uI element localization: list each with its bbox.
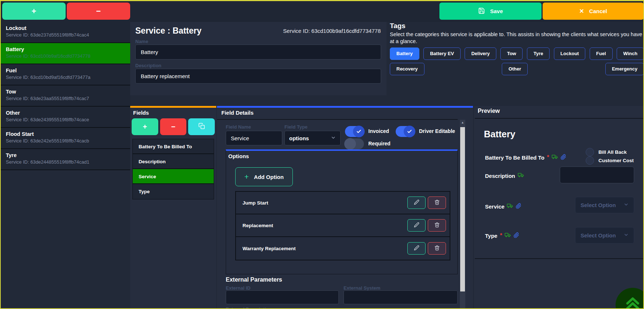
tag-chip[interactable]: Battery [390, 47, 419, 60]
service-name: Other [6, 110, 125, 116]
customer-cost-radio[interactable] [586, 156, 594, 165]
remove-field-button[interactable]: − [160, 118, 187, 135]
service-name-input[interactable] [135, 45, 381, 60]
preview-field-label: Battery To Be Billed To * [485, 154, 566, 161]
close-icon: ✕ [579, 8, 584, 15]
field-list-item[interactable]: Type [133, 184, 214, 199]
service-id: Service ID: 63cd100b9af16cdfd7734778 [6, 53, 125, 59]
service-id-header: Service ID: 63cd100b9af16cdfd7734778 [283, 28, 381, 34]
service-id: Service ID: 63de242e55519f8ffb74cacb [6, 138, 125, 144]
field-list-item[interactable]: Battery To Be Billed To [133, 139, 214, 154]
service-list-item[interactable]: Fuel Service ID: 63cd10bd9af16cdfd773477… [1, 64, 130, 85]
add-field-button[interactable]: + [132, 118, 158, 135]
field-type-label: Field Type [284, 124, 307, 130]
divider [217, 119, 458, 120]
scrollbar-up-arrow-icon[interactable]: ▲ [460, 120, 465, 126]
preview-service-heading: Battery [484, 129, 515, 140]
option-list: Jump Start [235, 191, 450, 260]
fields-panel-title: Fields [130, 108, 216, 118]
toggle-knob [344, 138, 356, 150]
option-row: Warranty Replacement [236, 237, 450, 260]
option-row: Jump Start [236, 192, 450, 214]
pencil-icon [414, 245, 419, 252]
external-id-label: External ID [226, 285, 251, 291]
remove-service-button[interactable]: − [67, 3, 130, 20]
service-list-item[interactable]: Tyre Service ID: 63de244855519f8ffb74cad… [1, 149, 130, 170]
trash-icon [434, 245, 440, 252]
option-label: Jump Start [236, 200, 407, 206]
delete-option-button[interactable] [428, 197, 446, 209]
delete-option-button[interactable] [428, 219, 446, 232]
service-list-item[interactable]: Other Service ID: 63de243955519f8ffb74ca… [1, 107, 130, 128]
tag-chip[interactable]: Emergency [605, 63, 644, 75]
trash-icon [434, 222, 440, 229]
service-description-input[interactable] [135, 69, 381, 84]
field-name-input[interactable] [226, 131, 282, 145]
external-system-label: External System [344, 285, 380, 291]
scrollbar-thumb[interactable] [460, 127, 465, 291]
edit-option-button[interactable] [407, 219, 426, 232]
tag-chip[interactable]: Fuel [590, 47, 613, 60]
add-option-button[interactable]: + Add Option [235, 167, 293, 186]
paperclip-icon [516, 203, 521, 210]
field-details-panel: Field Details Field Name Field Type opti… [217, 106, 473, 309]
invoiced-toggle[interactable] [345, 126, 364, 137]
external-system-input[interactable] [344, 290, 458, 304]
option-row: Replacement [236, 214, 450, 237]
field-type-select[interactable]: options [284, 131, 341, 145]
service-list-item[interactable]: Battery Service ID: 63cd100b9af16cdfd773… [1, 43, 130, 64]
tag-chip[interactable]: Recovery [390, 63, 424, 75]
service-list-item[interactable]: Lockout Service ID: 63de237d55519f8ffb74… [1, 22, 130, 43]
bill-all-back-radio[interactable] [586, 148, 594, 156]
tags-section: Tags Select the categories this service … [390, 22, 644, 77]
service-list-item[interactable]: Tow Service ID: 63de23aa55519f8ffb74cac7 [1, 85, 130, 107]
preview-field-text: Type [485, 233, 497, 239]
tag-chip[interactable]: Winch [617, 47, 644, 60]
options-title: Options [228, 153, 249, 159]
service-list-item[interactable]: Flood Start Service ID: 63de242e55519f8f… [1, 128, 130, 149]
tag-chip[interactable]: Tyre [527, 47, 550, 60]
cancel-button[interactable]: ✕ Cancel [543, 3, 644, 20]
tags-title: Tags [390, 22, 644, 30]
service-name: Lockout [6, 25, 125, 31]
truck-icon [518, 172, 524, 179]
driver-editable-toggle[interactable] [396, 126, 415, 137]
field-list: Battery To Be Billed To Description Serv… [132, 139, 214, 199]
required-toggle[interactable] [345, 138, 364, 149]
preview-type-select[interactable]: Select Option [575, 227, 634, 244]
service-id: Service ID: 63de237d55519f8ffb74cac4 [6, 32, 125, 38]
customer-cost-label: Customer Cost [598, 158, 634, 163]
scrollbar[interactable]: ▲ [460, 120, 465, 309]
save-button[interactable]: Save [439, 3, 542, 20]
required-asterisk: * [547, 154, 549, 161]
option-label: Replacement [236, 223, 407, 228]
invoiced-label: Invoiced [368, 128, 389, 134]
tag-chip[interactable]: Lockout [554, 47, 586, 60]
tag-chip[interactable]: Battery EV [423, 47, 461, 60]
field-list-item[interactable]: Description [133, 154, 214, 169]
service-editor-panel: Service : Battery Service ID: 63cd100b9a… [130, 22, 387, 95]
tag-chip[interactable]: Other [502, 63, 528, 75]
copy-icon [198, 123, 205, 131]
preview-description-input[interactable] [560, 167, 634, 183]
external-id-input[interactable] [226, 290, 339, 304]
service-list-sidebar: Lockout Service ID: 63de237d55519f8ffb74… [1, 22, 130, 309]
copy-field-button[interactable] [188, 118, 215, 135]
add-service-button[interactable]: + [2, 3, 66, 20]
external-parameters-title: External Parameters [226, 276, 282, 283]
preview-service-select[interactable]: Select Option [575, 197, 634, 213]
edit-option-button[interactable] [407, 197, 426, 209]
preview-field-label: Type * [485, 232, 519, 239]
tag-chip[interactable]: Delivery [465, 47, 496, 60]
tag-chip[interactable]: Tow [500, 47, 523, 60]
page-title: Service : Battery [135, 26, 202, 36]
edit-option-button[interactable] [407, 242, 426, 255]
fields-toolbar: + − [130, 118, 216, 137]
preview-title: Preview [478, 108, 500, 114]
delete-option-button[interactable] [428, 242, 446, 255]
external-description-label: External Description [226, 306, 272, 309]
service-name: Flood Start [6, 131, 125, 137]
required-asterisk: * [500, 232, 502, 239]
field-list-item[interactable]: Service [133, 169, 214, 184]
billing-radio-group: Bill All Back Customer Cost [586, 148, 634, 165]
